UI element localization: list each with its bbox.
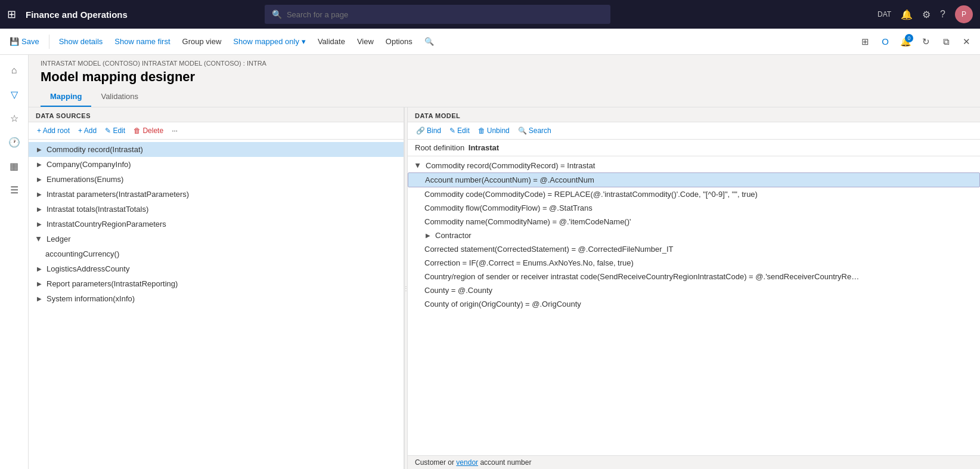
- root-definition: Root definition Intrastat: [408, 140, 980, 156]
- validate-button[interactable]: Validate: [313, 35, 350, 48]
- help-icon[interactable]: ?: [940, 9, 945, 20]
- main-layout: ⌂ ▽ ☆ 🕐 ▦ ☰ INTRASTAT MODEL (CONTOSO) IN…: [0, 55, 980, 469]
- add-root-button[interactable]: + Add root: [33, 125, 73, 137]
- model-item-10[interactable]: County of origin(OrigCounty) = @.OrigCou…: [408, 297, 980, 311]
- options-button[interactable]: Options: [381, 35, 417, 48]
- tree-item-7[interactable]: accountingCurrency(): [29, 246, 404, 261]
- model-item-4[interactable]: Commodity name(CommodityName) = @.'itemC…: [408, 215, 980, 229]
- bind-label: Bind: [427, 126, 441, 135]
- office-icon[interactable]: O: [876, 33, 894, 51]
- tree-item-label-6: Ledger: [46, 234, 70, 243]
- expand-arrow-6: ▶: [36, 236, 43, 243]
- tree-item-10[interactable]: ▶ System information(xInfo): [29, 291, 404, 306]
- list-icon[interactable]: ☰: [4, 179, 25, 200]
- tab-validations[interactable]: Validations: [91, 87, 148, 107]
- settings-icon[interactable]: ⚙: [922, 9, 931, 20]
- model-item-0[interactable]: ▶ Commodity record(CommodityRecord) = In…: [408, 159, 980, 172]
- group-view-button[interactable]: Group view: [178, 35, 227, 48]
- save-button[interactable]: 💾 Save: [5, 35, 44, 48]
- avatar[interactable]: P: [955, 5, 973, 23]
- unbind-button[interactable]: 🗑 Unbind: [475, 125, 513, 137]
- page-title: Model mapping designer: [41, 69, 968, 85]
- breadcrumb: INTRASTAT MODEL (CONTOSO) INTRASTAT MODE…: [41, 60, 968, 67]
- datamodel-toolbar: 🔗 Bind ✎ Edit 🗑 Unbind 🔍 Search: [408, 122, 980, 140]
- toolbar-search-button[interactable]: 🔍: [420, 35, 439, 48]
- tree-item-label-9: Report parameters(IntrastatReporting): [46, 279, 178, 288]
- tree-item-6[interactable]: ▶ Ledger: [29, 232, 404, 246]
- tab-mapping[interactable]: Mapping: [41, 87, 91, 107]
- tree-item-8[interactable]: ▶ LogisticsAddressCounty: [29, 261, 404, 276]
- expand-arrow-3: ▶: [36, 191, 43, 198]
- model-item-2[interactable]: Commodity code(CommodityCode) = REPLACE(…: [408, 187, 980, 201]
- waffle-icon[interactable]: ⊞: [7, 8, 16, 21]
- delete-button[interactable]: 🗑 Delete: [130, 125, 167, 137]
- notification-badge-btn[interactable]: 🔔 0: [897, 33, 914, 51]
- root-definition-value: Intrastat: [469, 143, 499, 152]
- grid-icon[interactable]: ⊞: [856, 33, 874, 51]
- refresh-icon[interactable]: ↻: [917, 33, 935, 51]
- model-expand-5: ▶: [424, 232, 432, 239]
- model-item-6[interactable]: Corrected statement(CorrectedStatement) …: [408, 242, 980, 256]
- tree-item-2[interactable]: ▶ Enumerations(Enums): [29, 172, 404, 187]
- tree-item-label-4: Intrastat totals(IntrastatTotals): [46, 205, 148, 214]
- unbind-label: Unbind: [487, 126, 510, 135]
- vendor-link[interactable]: vendor: [456, 458, 478, 467]
- filter-icon[interactable]: ▽: [4, 84, 25, 105]
- toolbar-sep-1: [49, 35, 49, 49]
- datasources-toolbar: + Add root + Add ✎ Edit 🗑 Delete ···: [29, 122, 404, 140]
- close-icon[interactable]: ✕: [957, 33, 975, 51]
- bind-button[interactable]: 🔗 Bind: [413, 125, 445, 137]
- notification-count: 0: [905, 34, 913, 42]
- search-icon: 🔍: [272, 10, 282, 19]
- search-input[interactable]: [287, 10, 603, 19]
- model-item-5[interactable]: ▶ Contractor: [408, 229, 980, 242]
- tree-item-9[interactable]: ▶ Report parameters(IntrastatReporting): [29, 276, 404, 291]
- tree-item-0[interactable]: ▶ Commodity record(Intrastat): [29, 142, 404, 157]
- model-item-label-4: Commodity name(CommodityName) = @.'itemC…: [424, 217, 631, 226]
- env-badge: DAT: [877, 10, 891, 18]
- toolbar-search-icon: 🔍: [424, 37, 434, 46]
- expand-arrow-2: ▶: [36, 176, 43, 183]
- model-item-7[interactable]: Correction = IF(@.Correct = Enums.AxNoYe…: [408, 256, 980, 270]
- model-item-9[interactable]: County = @.County: [408, 283, 980, 297]
- show-mapped-only-button[interactable]: Show mapped only ▾: [228, 35, 311, 48]
- save-label: Save: [21, 37, 39, 46]
- model-item-8[interactable]: Country/region of sender or receiver int…: [408, 270, 980, 283]
- notification-icon[interactable]: 🔔: [901, 9, 913, 20]
- model-item-label-7: Correction = IF(@.Correct = Enums.AxNoYe…: [424, 258, 634, 267]
- model-item-label-2: Commodity code(CommodityCode) = REPLACE(…: [424, 190, 758, 199]
- expand-arrow-8: ▶: [36, 266, 43, 273]
- edit-model-button[interactable]: ✎ Edit: [446, 125, 473, 137]
- tree-item-1[interactable]: ▶ Company(CompanyInfo): [29, 157, 404, 172]
- tree-item-5[interactable]: ▶ IntrastatCountryRegionParameters: [29, 217, 404, 232]
- add-button[interactable]: + Add: [75, 125, 100, 137]
- recent-icon[interactable]: 🕐: [4, 131, 25, 153]
- tree-item-3[interactable]: ▶ Intrastat parameters(IntrastatParamete…: [29, 187, 404, 202]
- model-item-3[interactable]: Commodity flow(CommodityFlow) = @.StatTr…: [408, 201, 980, 215]
- tree-item-label-2: Enumerations(Enums): [46, 175, 123, 184]
- more-button[interactable]: ···: [168, 125, 181, 137]
- tree-item-4[interactable]: ▶ Intrastat totals(IntrastatTotals): [29, 202, 404, 217]
- edit-icon: ✎: [449, 126, 455, 135]
- view-button[interactable]: View: [352, 35, 379, 48]
- home-icon[interactable]: ⌂: [4, 60, 25, 81]
- calendar-icon[interactable]: ▦: [4, 155, 25, 177]
- search-model-label: Search: [529, 126, 551, 135]
- view-label: View: [357, 37, 374, 46]
- toolbar-actions-right: ⊞ O 🔔 0 ↻ ⧉ ✕: [856, 33, 975, 51]
- model-item-label-3: Commodity flow(CommodityFlow) = @.StatTr…: [424, 203, 593, 212]
- model-item-label-5: Contractor: [435, 231, 472, 240]
- tree-item-label-0: Commodity record(Intrastat): [46, 145, 143, 154]
- search-model-button[interactable]: 🔍 Search: [514, 125, 555, 137]
- show-name-first-button[interactable]: Show name first: [110, 35, 175, 48]
- save-icon: 💾: [10, 37, 19, 46]
- expand-arrow-5: ▶: [36, 221, 43, 228]
- favorites-icon[interactable]: ☆: [4, 107, 25, 129]
- page-header: INTRASTAT MODEL (CONTOSO) INTRASTAT MODE…: [29, 55, 980, 87]
- open-external-icon[interactable]: ⧉: [937, 33, 955, 51]
- show-details-button[interactable]: Show details: [54, 35, 108, 48]
- model-item-1[interactable]: Account number(AccountNum) = @.AccountNu…: [408, 172, 980, 187]
- edit-button[interactable]: ✎ Edit: [101, 125, 129, 137]
- search-model-icon: 🔍: [518, 126, 527, 135]
- model-item-label-6: Corrected statement(CorrectedStatement) …: [424, 245, 673, 254]
